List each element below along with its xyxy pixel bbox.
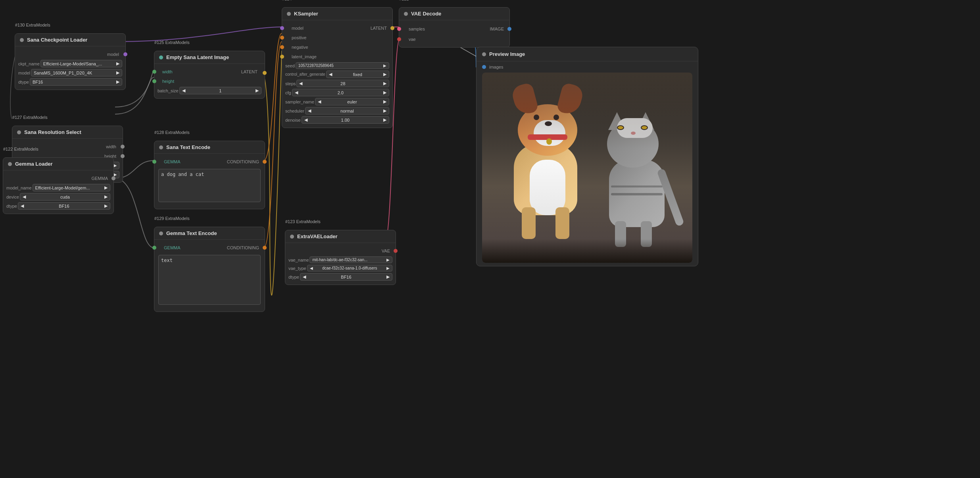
node-label-124: #124 bbox=[282, 0, 292, 1]
gemma-encode-textarea[interactable]: text bbox=[158, 255, 261, 305]
sana-encode-textarea[interactable]: a dog and a cat bbox=[158, 169, 261, 202]
width-output-port[interactable] bbox=[121, 145, 125, 149]
ste-gemma-port[interactable] bbox=[152, 160, 156, 164]
ste-gemma-label: GEMMA bbox=[164, 159, 181, 164]
dog-leg-fr bbox=[555, 207, 569, 239]
evl-dtype-text: BF16 bbox=[341, 275, 351, 279]
denoise-value[interactable]: ◀ 1.00 ▶ bbox=[302, 116, 389, 124]
model-field-value[interactable]: SanaMS_1600M_P1_D20_4K ▶ bbox=[31, 69, 122, 76]
vd-samples-port[interactable] bbox=[397, 27, 401, 31]
control-after-value[interactable]: ◀ fixed ▶ bbox=[326, 71, 389, 78]
gte-conditioning-port[interactable] bbox=[263, 246, 267, 250]
gte-gemma-port[interactable] bbox=[152, 246, 156, 250]
node-status-dot bbox=[20, 38, 24, 42]
empty-sana-node: #125 ExtraModels Empty Sana Latent Image… bbox=[154, 51, 265, 99]
batch-text: 1 bbox=[219, 88, 221, 93]
vd-vae-label: vae bbox=[409, 37, 416, 42]
sana-checkpoint-header: Sana Checkpoint Loader bbox=[15, 34, 125, 46]
preview-image bbox=[482, 73, 692, 263]
dtype-value-box[interactable]: BF16 ▶ bbox=[30, 78, 122, 86]
dtype-value-text: BF16 bbox=[33, 80, 43, 84]
evl-dot bbox=[290, 235, 294, 239]
width-output-label: width bbox=[106, 144, 116, 149]
cfg-arrow-l: ◀ bbox=[295, 90, 298, 95]
seed-text: 1057228702589645 bbox=[298, 63, 334, 68]
ckpt-name-row: ckpt_name Efficient-Large-Model/Sana_...… bbox=[15, 59, 125, 68]
sana-checkpoint-node: #130 ExtraModels Sana Checkpoint Loader … bbox=[15, 33, 126, 90]
width-input-port[interactable] bbox=[152, 70, 156, 74]
scheduler-row: scheduler ◀ normal ▶ bbox=[282, 106, 392, 115]
ste-conditioning-port[interactable] bbox=[263, 160, 267, 164]
preview-dot bbox=[482, 52, 486, 56]
gl-dtype-arrow-r: ▶ bbox=[104, 203, 108, 208]
ckpt-name-value[interactable]: Efficient-Large-Model/Sana_... ▶ bbox=[40, 60, 122, 67]
preview-header: Preview Image bbox=[477, 47, 698, 61]
denoise-arrow-r: ▶ bbox=[383, 117, 386, 122]
gl-gemma-port[interactable] bbox=[111, 176, 115, 180]
latent-output-port[interactable] bbox=[263, 71, 267, 75]
height-input-row: height bbox=[154, 76, 265, 86]
ksampler-title: KSampler bbox=[294, 11, 318, 17]
ks-positive-port[interactable] bbox=[280, 36, 284, 40]
cfg-value[interactable]: ◀ 2.0 ▶ bbox=[292, 89, 389, 96]
gl-device-arrow-l: ◀ bbox=[23, 194, 26, 199]
sampler-text: euler bbox=[347, 99, 357, 104]
evl-vaename-label: vae_name bbox=[288, 258, 309, 262]
ste-conditioning-label: CONDITIONING bbox=[227, 159, 259, 164]
evl-dtype-arrow-l: ◀ bbox=[303, 274, 306, 279]
ks-latent-image-port[interactable] bbox=[280, 55, 284, 59]
model-field-row: model SanaMS_1600M_P1_D20_4K ▶ bbox=[15, 68, 125, 77]
gl-modelname-label: model_name bbox=[6, 185, 32, 190]
preview-images-port[interactable] bbox=[482, 65, 486, 69]
gl-modelname-text: Efficient-Large-Model/gem... bbox=[35, 185, 90, 190]
res-status-dot bbox=[17, 130, 21, 134]
gemma-text-encode-body: GEMMA CONDITIONING text bbox=[154, 240, 265, 312]
preview-title: Preview Image bbox=[489, 51, 525, 57]
res-model-arrow-r: ▶ bbox=[113, 163, 117, 168]
sampler-row: sampler_name ◀ euler ▶ bbox=[282, 97, 392, 106]
node-label-129: #129 ExtraModels bbox=[154, 216, 190, 221]
batch-size-value[interactable]: ◀ 1 ▶ bbox=[179, 87, 261, 94]
preview-image-container bbox=[482, 73, 692, 263]
gte-conditioning-label: CONDITIONING bbox=[227, 245, 259, 250]
gl-modelname-value[interactable]: Efficient-Large-Model/gem... ▶ bbox=[33, 184, 110, 191]
ks-negative-port[interactable] bbox=[280, 45, 284, 49]
vd-image-port[interactable] bbox=[507, 27, 511, 31]
evl-dtype-label: dtype bbox=[288, 275, 299, 279]
model-field-label: model bbox=[18, 71, 30, 75]
ks-negative-label: negative bbox=[292, 45, 308, 50]
sampler-value[interactable]: ◀ euler ▶ bbox=[315, 98, 389, 105]
height-input-port[interactable] bbox=[152, 79, 156, 83]
gl-device-value[interactable]: ◀ cuda ▶ bbox=[20, 193, 110, 201]
vd-vae-port[interactable] bbox=[397, 37, 401, 41]
vae-decode-node: #121 VAE Decode samples IMAGE vae bbox=[399, 7, 510, 48]
ks-model-port[interactable] bbox=[280, 26, 284, 30]
vae-decode-body: samples IMAGE vae bbox=[399, 20, 509, 47]
seed-arrow: ▶ bbox=[383, 63, 386, 68]
gemma-loader-title: Gemma Loader bbox=[15, 161, 53, 167]
ctrl-text: fixed bbox=[353, 72, 362, 77]
evl-dtype-value[interactable]: ◀ BF16 ▶ bbox=[300, 273, 392, 281]
steps-arrow-l: ◀ bbox=[299, 81, 302, 86]
gemma-text-encode-node: #129 ExtraModels Gemma Text Encode GEMMA… bbox=[154, 227, 265, 312]
gl-expand-icon: ▶ bbox=[104, 185, 108, 190]
evl-vae-port[interactable] bbox=[394, 249, 398, 253]
gl-dtype-value[interactable]: ◀ BF16 ▶ bbox=[18, 202, 110, 210]
preview-image-node: #126 Preview Image images bbox=[476, 47, 698, 266]
gl-gemma-row: GEMMA bbox=[3, 174, 113, 183]
floor-shadow bbox=[482, 239, 692, 263]
scheduler-value[interactable]: ◀ normal ▶ bbox=[305, 107, 389, 115]
empty-sana-dot bbox=[159, 55, 163, 59]
ks-latent-port[interactable] bbox=[390, 26, 394, 30]
seed-value[interactable]: 1057228702589645 ▶ bbox=[296, 62, 389, 69]
evl-vaename-value[interactable]: mit-han-lab/dc-ae-f32c32-san... ▶ bbox=[309, 256, 392, 263]
ksampler-header: KSampler bbox=[282, 8, 392, 20]
evl-vaetype-value[interactable]: ◀ dcae-f32c32-sana-1.0-diffusers ▶ bbox=[307, 265, 392, 272]
ks-latent-label: LATENT bbox=[371, 26, 387, 31]
sched-arrow-l: ◀ bbox=[308, 108, 311, 113]
height-output-port[interactable] bbox=[121, 154, 125, 158]
model-output-port[interactable] bbox=[123, 52, 127, 56]
steps-value[interactable]: ◀ 28 ▶ bbox=[296, 80, 389, 87]
ste-gemma-row: GEMMA CONDITIONING bbox=[154, 157, 265, 166]
steps-row: steps ◀ 28 ▶ bbox=[282, 79, 392, 88]
